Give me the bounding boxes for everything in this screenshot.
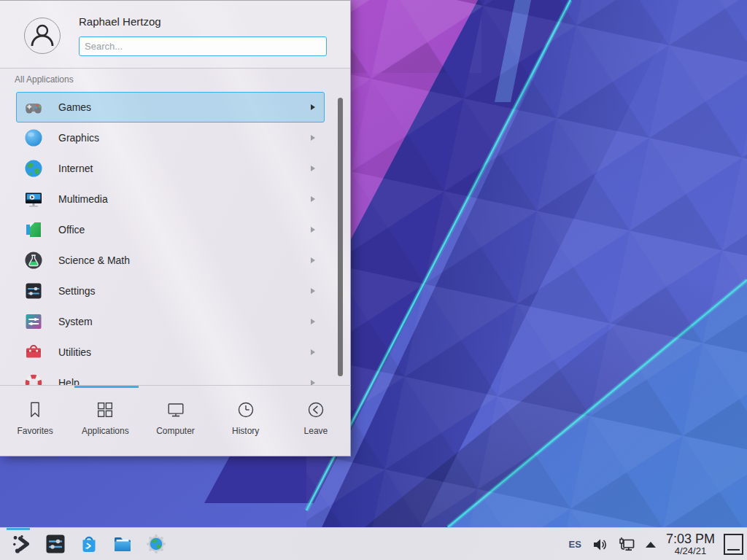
menu-scrollbar[interactable] (338, 98, 343, 376)
volume-button[interactable] (592, 537, 608, 553)
discover-button[interactable] (77, 532, 101, 556)
history-icon (236, 400, 256, 420)
user-avatar-icon (26, 20, 58, 52)
utilities-icon (23, 342, 44, 362)
tab-favorites[interactable]: Favorites (0, 386, 70, 457)
chevron-right-icon (311, 104, 315, 110)
discover-icon (77, 532, 101, 556)
launcher-active-indicator (7, 528, 30, 530)
chevron-right-icon (311, 288, 315, 294)
digital-clock[interactable]: 7:03 PM 4/24/21 (666, 532, 715, 556)
category-label: Help (58, 377, 80, 385)
chevron-right-icon (311, 227, 315, 233)
chevron-right-icon (311, 257, 315, 263)
chevron-right-icon (311, 319, 315, 324)
application-launcher-menu: Raphael Hertzog All Applications Games (0, 0, 351, 456)
applications-icon (95, 400, 115, 420)
clock-date: 4/24/21 (666, 546, 715, 556)
office-icon (23, 219, 44, 240)
internet-icon (23, 158, 44, 179)
category-row-graphics[interactable]: Graphics (16, 122, 325, 153)
tab-leave[interactable]: Leave (281, 386, 351, 457)
category-label: Office (58, 224, 85, 236)
tab-label: Computer (156, 426, 195, 436)
file-manager-button[interactable] (111, 532, 134, 556)
settings-icon (23, 281, 44, 301)
category-row-science-math[interactable]: Science & Math (16, 245, 325, 276)
menu-tab-bar: Favorites Applications Computer (0, 385, 351, 457)
show-desktop-button[interactable] (724, 534, 743, 555)
category-label: Multimedia (58, 193, 108, 205)
web-browser-button[interactable] (144, 532, 168, 556)
system-settings-button[interactable] (44, 532, 67, 556)
tab-applications[interactable]: Applications (70, 386, 140, 457)
file-manager-icon (111, 532, 134, 556)
system-tray: ES (569, 528, 747, 560)
search-input[interactable] (79, 36, 327, 56)
tab-label: Leave (304, 426, 328, 436)
menu-header: Raphael Hertzog (0, 1, 350, 69)
application-category-list: Games Graphics (0, 90, 351, 385)
category-row-settings[interactable]: Settings (16, 276, 325, 306)
chevron-right-icon (311, 135, 315, 141)
science-math-icon (23, 250, 44, 271)
network-icon (618, 536, 635, 553)
favorites-icon (25, 400, 45, 420)
category-label: Graphics (58, 132, 99, 144)
system-settings-icon (44, 532, 67, 556)
network-button[interactable] (618, 536, 635, 553)
show-desktop-icon (727, 549, 740, 551)
category-label: System (58, 316, 93, 327)
tab-label: Favorites (17, 426, 53, 436)
tab-computer[interactable]: Computer (140, 386, 210, 457)
category-row-multimedia[interactable]: Multimedia (16, 184, 325, 214)
help-icon (23, 373, 44, 385)
category-row-internet[interactable]: Internet (16, 153, 325, 184)
category-label: Internet (58, 163, 93, 174)
tab-history[interactable]: History (211, 386, 281, 457)
desktop: Raphael Hertzog All Applications Games (0, 0, 747, 560)
category-row-office[interactable]: Office (16, 214, 325, 245)
category-row-help[interactable]: Help (16, 368, 325, 385)
application-launcher-button[interactable] (10, 532, 34, 556)
category-label: Settings (58, 285, 96, 297)
chevron-right-icon (311, 349, 315, 355)
chevron-right-icon (311, 196, 315, 202)
category-label: Science & Math (58, 254, 130, 266)
category-row-utilities[interactable]: Utilities (16, 337, 325, 368)
leave-icon (306, 400, 326, 420)
games-icon (23, 97, 44, 117)
category-label: Utilities (58, 346, 91, 358)
user-avatar[interactable] (24, 18, 61, 54)
taskbar-panel: ES (0, 527, 747, 560)
expand-tray-icon (646, 542, 656, 548)
clock-time: 7:03 PM (666, 532, 715, 546)
tab-label: Applications (82, 426, 129, 436)
system-icon (23, 311, 44, 332)
user-name: Raphael Hertzog (79, 15, 161, 28)
chevron-right-icon (311, 166, 315, 171)
expand-tray-button[interactable] (646, 542, 656, 548)
section-label: All Applications (15, 74, 74, 85)
web-browser-icon (144, 532, 168, 556)
multimedia-icon (23, 189, 44, 209)
graphics-icon (23, 128, 44, 148)
category-row-games[interactable]: Games (16, 92, 325, 122)
tab-label: History (232, 426, 259, 436)
computer-icon (166, 400, 186, 420)
category-label: Games (58, 101, 91, 113)
category-row-system[interactable]: System (16, 306, 325, 337)
chevron-right-icon (311, 380, 315, 385)
keyboard-layout-indicator[interactable]: ES (569, 539, 581, 550)
application-launcher-icon (10, 532, 34, 556)
volume-icon (592, 537, 608, 553)
